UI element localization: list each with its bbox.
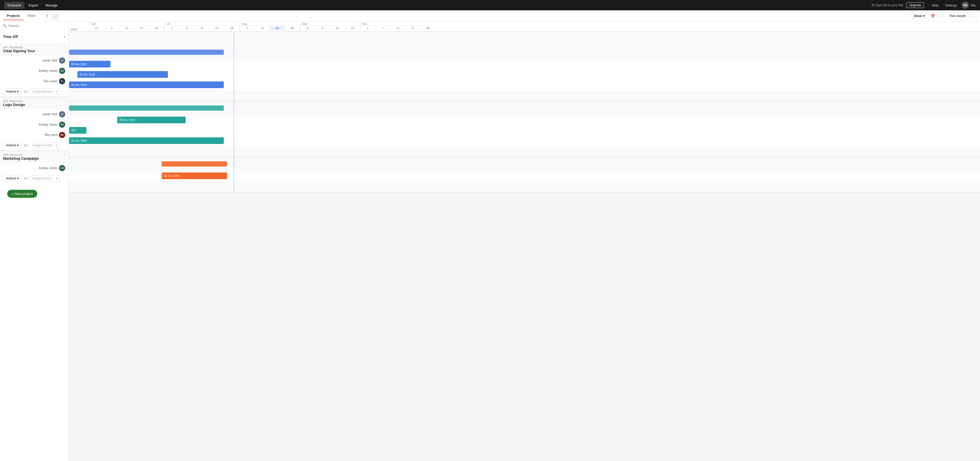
today-line-p1 — [234, 46, 234, 59]
today-line-timeoff — [234, 32, 234, 45]
nav-schedule[interactable]: Schedule — [4, 2, 24, 9]
project-1-collapse[interactable]: ⌃ — [63, 46, 65, 49]
project-3-actions-button[interactable]: Actions ▾ — [3, 175, 21, 182]
date-jul-8: 8 — [180, 26, 194, 30]
history-button[interactable]: ◯ — [52, 12, 60, 20]
project-2-assign-select[interactable]: Assign person... ▾ — [30, 142, 59, 149]
project-2-company: AFC Richmond — [3, 100, 22, 103]
date-jun-24: 24 — [149, 26, 164, 30]
project-1-actions-button[interactable]: Actions ▾ — [3, 89, 21, 95]
user-name: Nic — [971, 3, 976, 7]
person-2-3-avatar: RK — [59, 132, 65, 138]
person-3-1-avatar: KJ — [59, 165, 65, 171]
project-3-duration: 1m — [24, 177, 28, 180]
week-dropdown-arrow: ▾ — [923, 14, 925, 18]
project-3-bar — [162, 162, 227, 166]
top-nav: Schedule Export Manage 30 days left in y… — [0, 0, 980, 10]
search-input[interactable] — [8, 24, 66, 28]
project-2-name: Logo Design — [3, 103, 65, 107]
timeoff-row: Time Off ▾ — [0, 30, 68, 43]
actions-2-dropdown-icon: ▾ — [17, 144, 19, 147]
person-3-1-bar: 35 h/w 175h — [162, 173, 227, 179]
person-2-1-bar-row: 35 h/w 175h — [68, 115, 980, 125]
person-3-1-name: Keeley Jones — [39, 166, 57, 170]
project-3-collapse[interactable]: ⌃ — [63, 153, 65, 157]
today-line-p3-1 — [234, 171, 234, 181]
help-link[interactable]: Help — [932, 3, 939, 7]
today-line-p1-1 — [234, 59, 234, 69]
date-sep-23: 23 — [345, 26, 360, 30]
project-2-actions-label: Actions — [6, 144, 16, 147]
timeoff-collapse-icon[interactable]: ▾ — [64, 35, 65, 38]
next-button[interactable]: › — [970, 12, 977, 20]
search-icon: 🔍 — [3, 24, 7, 28]
project-2-bar-row — [68, 101, 980, 115]
new-project-area: + New project — [0, 184, 68, 204]
person-1-3-left: Ted Lasso TL — [0, 76, 68, 86]
person-2-3-name: Roy Kent — [45, 133, 57, 137]
person-3-1-left: Keeley Jones KJ — [0, 163, 68, 173]
assign-arrow-2: ▾ — [56, 144, 57, 147]
project-1-company: AFC Richmond — [3, 46, 22, 49]
person-2-3-bar: 35 h/w 350h — [69, 137, 224, 144]
project-2-collapse[interactable]: ⌃ — [63, 99, 65, 103]
trial-text: 30 days left in your trial — [871, 3, 903, 7]
date-sep-9: 9 — [315, 26, 330, 30]
upgrade-button[interactable]: Upgrade — [906, 2, 924, 8]
project-3-actions-label: Actions — [6, 177, 16, 180]
new-project-button[interactable]: + New project — [7, 190, 37, 198]
project-1-bar-row — [68, 46, 980, 59]
timeline-container: 2024 Jun 27 3 10 17 24 Jul 1 — [68, 22, 980, 208]
project-3-assign-select[interactable]: Assign person... ▾ — [30, 175, 59, 182]
person-1-3-avatar: TL — [59, 78, 65, 84]
person-2-1-bar: 35 h/w 175h — [117, 117, 186, 124]
avatar: NB — [962, 2, 969, 9]
oct-group: Oct 1 7 14 21 28 — [360, 22, 436, 32]
person-2-3-left: Roy Kent RK — [0, 130, 68, 140]
date-jun-17: 17 — [134, 26, 149, 30]
sep-dates: 2 9 16 23 — [300, 26, 360, 30]
tab-team[interactable]: Team — [24, 12, 39, 20]
nav-manage[interactable]: Manage — [43, 2, 61, 9]
tab-bar: Projects Team — [3, 12, 39, 20]
assign-arrow-1: ▾ — [56, 90, 57, 93]
date-oct-14: 14 — [390, 26, 406, 30]
settings-link[interactable]: Settings — [945, 3, 957, 7]
project-2-actions-button[interactable]: Actions ▾ — [3, 142, 21, 149]
date-jul-29: 29 — [224, 26, 240, 30]
timeoff-right-row — [68, 32, 980, 46]
project-3-section: AFC Richmond ⌃ Marketing Campaign Keeley… — [0, 150, 68, 184]
project-3-header: AFC Richmond ⌃ Marketing Campaign — [0, 151, 68, 163]
person-1-1-bar-row: 35 h/w 105h — [68, 59, 980, 69]
nav-export[interactable]: Export — [25, 2, 41, 9]
person-2-1-avatar: JT — [59, 111, 65, 117]
prev-button[interactable]: ‹ — [939, 12, 946, 20]
date-jun-10: 10 — [119, 26, 134, 30]
content-area: 🔍 Time Off ▾ AFC Richmond ⌃ Cleat Signin… — [0, 22, 980, 461]
person-2-2-left: Keeley Jones KJ — [0, 119, 68, 130]
person-2-2-bar-row: 35h — [68, 125, 980, 135]
scroll-up-button[interactable]: ⇧ — [43, 12, 51, 20]
left-panel: 🔍 Time Off ▾ AFC Richmond ⌃ Cleat Signin… — [0, 22, 68, 461]
person-1-1-bar: 35 h/w 105h — [69, 61, 110, 68]
this-month-label: This month — [946, 12, 970, 20]
today-line-p1-2 — [234, 69, 234, 79]
calendar-button[interactable]: 📅 — [929, 12, 937, 20]
project-2-header: AFC Richmond ⌃ Logo Design — [0, 97, 68, 109]
aug-dates: 5 12 19 26 — [240, 26, 300, 30]
project-1-assign-select[interactable]: Assign person... ▾ — [30, 89, 59, 95]
person-1-2-avatar: KJ — [59, 68, 65, 74]
today-line-p2-1 — [234, 115, 234, 125]
date-jul-22: 22 — [210, 26, 224, 30]
actions-3-dropdown-icon: ▾ — [17, 177, 19, 180]
person-2-2-bar: 35h — [69, 127, 86, 134]
toolbar-row: Projects Team ⇧ ◯ Week ▾ 📅 ‹ This month … — [0, 10, 980, 22]
project-2-actions-row: Actions ▾ 1m Assign person... ▾ — [0, 140, 68, 150]
person-2-1-name: Jamie Tartt — [43, 112, 57, 116]
date-aug-26: 26 — [285, 26, 300, 30]
project-3-bar-row — [68, 157, 980, 171]
sep-group: Sep 2 9 16 23 — [300, 22, 360, 32]
tab-projects[interactable]: Projects — [3, 12, 24, 20]
week-selector[interactable]: Week ▾ — [912, 13, 928, 19]
today-line-p2-a — [234, 146, 234, 157]
